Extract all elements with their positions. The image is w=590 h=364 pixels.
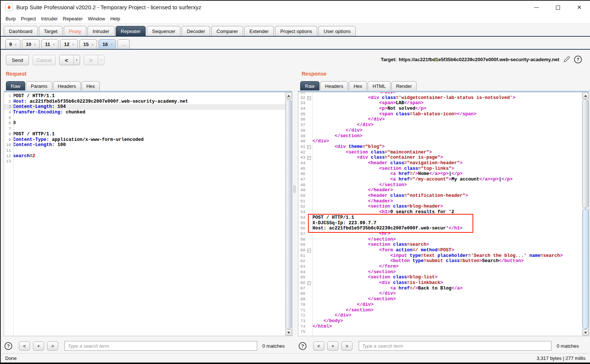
search-help-icon[interactable]: ?	[4, 342, 12, 350]
code-text: <a href=/>Back to Blog</a>	[312, 286, 463, 291]
search-add-button[interactable]: +	[327, 341, 338, 351]
menu-item-window[interactable]: Window	[85, 15, 107, 23]
line-number: 64	[298, 269, 306, 275]
main-tab-user-options[interactable]: User options	[318, 26, 356, 36]
repeater-tab-11[interactable]: 11×	[41, 39, 59, 49]
gutter-separator	[13, 92, 14, 336]
code-line: 44 <header class="navigation-header">	[298, 161, 582, 166]
menu-item-burp[interactable]: Burp	[3, 15, 18, 23]
send-button[interactable]: Send	[6, 55, 29, 65]
edit-target-pencil-icon[interactable]	[563, 55, 571, 63]
scroll-down-icon[interactable]	[583, 330, 589, 335]
request-tab-raw[interactable]: Raw	[6, 81, 25, 90]
fold-gutter	[306, 302, 312, 308]
code-line: 38 </div>	[298, 128, 582, 133]
cancel-button[interactable]: Cancel	[33, 55, 56, 65]
request-tab-headers[interactable]: Headers	[53, 81, 81, 90]
request-tab-params[interactable]: Params	[26, 81, 52, 90]
main-tab-comparer[interactable]: Comparer	[211, 26, 243, 36]
fold-gutter	[306, 204, 312, 209]
repeater-tab-16[interactable]: 16×	[99, 39, 116, 49]
line-number: 32	[298, 95, 306, 101]
response-search-input[interactable]	[359, 341, 551, 351]
main-tab-dashboard[interactable]: Dashboard	[4, 26, 38, 36]
search-prev-button[interactable]: <	[19, 341, 30, 351]
line-number: 73	[298, 318, 306, 324]
main-tab-repeater[interactable]: Repeater	[116, 26, 146, 36]
minimize-icon[interactable]	[526, 1, 547, 14]
search-next-button[interactable]: >	[47, 341, 58, 351]
prev-request-button[interactable]: < ▾	[59, 55, 80, 65]
repeater-tab-12[interactable]: 12×	[60, 39, 78, 49]
menu-item-intruder[interactable]: Intruder	[39, 15, 60, 23]
request-scrollbar[interactable]	[285, 92, 292, 336]
next-request-button[interactable]: > ▾	[84, 55, 105, 65]
menu-item-project[interactable]: Project	[18, 15, 38, 23]
response-tab-render[interactable]: Render	[391, 81, 417, 90]
repeater-tab-9[interactable]: 9×	[5, 39, 20, 49]
scroll-down-icon[interactable]	[286, 330, 292, 335]
repeater-tab-bar: 9×10×11×12×15×16×...	[1, 37, 590, 50]
close-tab-icon[interactable]: ×	[91, 42, 93, 47]
response-editor[interactable]: 31 </div>32 <div class='widgetcontainer-…	[298, 92, 589, 336]
response-tab-headers[interactable]: Headers	[320, 81, 348, 90]
fold-marker-icon[interactable]	[306, 155, 312, 161]
main-tab-intruder[interactable]: Intruder	[87, 26, 115, 36]
maximize-icon[interactable]	[547, 1, 569, 14]
code-text: </form>	[312, 264, 399, 269]
code-text: </div>	[312, 302, 374, 308]
main-tab-decoder[interactable]: Decoder	[182, 26, 210, 36]
response-scrollbar[interactable]	[582, 92, 589, 336]
fold-marker-icon[interactable]	[306, 144, 312, 150]
response-tab-raw[interactable]: Raw	[300, 81, 319, 90]
repeater-tab-15[interactable]: 15×	[79, 39, 97, 49]
repeater-tab-overflow[interactable]: ...	[117, 39, 130, 49]
close-tab-icon[interactable]: ×	[72, 42, 74, 47]
close-tab-icon[interactable]: ×	[14, 42, 17, 47]
request-search-input[interactable]	[64, 341, 257, 351]
panel-divider-grip[interactable]	[294, 185, 295, 193]
main-tab-project-options[interactable]: Project options	[275, 26, 317, 36]
scroll-up-icon[interactable]	[583, 93, 589, 99]
request-editor[interactable]: 1POST / HTTP/1.12Host: ac221fbd1e5f35b6c…	[4, 92, 292, 336]
code-text	[12, 148, 13, 153]
code-line: 60	[4, 120, 285, 126]
menu-item-help[interactable]: Help	[107, 15, 123, 23]
target-help-icon[interactable]: ?	[574, 56, 582, 63]
response-tab-html[interactable]: HTML	[368, 81, 390, 90]
chevron-down-icon[interactable]: ▾	[73, 55, 80, 65]
scrollbar-track-block[interactable]	[583, 99, 589, 208]
line-number: 56	[298, 226, 306, 231]
search-next-button[interactable]: >	[341, 341, 352, 351]
scroll-up-icon[interactable]	[286, 93, 292, 99]
search-add-button[interactable]: +	[33, 341, 44, 351]
scrollbar-thumb[interactable]	[286, 99, 292, 329]
main-tab-sequencer[interactable]: Sequencer	[147, 26, 180, 36]
code-line: 75	[298, 329, 582, 335]
request-tab-hex[interactable]: Hex	[82, 81, 100, 90]
main-tab-extender[interactable]: Extender	[244, 26, 274, 36]
search-prev-button[interactable]: <	[313, 341, 324, 351]
main-tab-target[interactable]: Target	[39, 26, 63, 36]
search-help-icon[interactable]: ?	[299, 342, 306, 350]
main-tab-proxy[interactable]: Proxy	[64, 26, 86, 36]
close-tab-icon[interactable]: ×	[110, 42, 113, 47]
code-text: </div>	[312, 291, 396, 297]
chevron-down-icon[interactable]: ▾	[98, 55, 104, 65]
menu-item-repeater[interactable]: Repeater	[60, 15, 85, 23]
code-text: <div class="container is-page">	[312, 155, 443, 161]
fold-marker-icon[interactable]	[306, 280, 312, 286]
scrollbar-thumb[interactable]	[583, 209, 589, 329]
close-icon[interactable]: ✕	[569, 1, 590, 14]
fold-marker-icon[interactable]	[306, 248, 312, 253]
fold-marker-icon[interactable]	[306, 95, 312, 101]
close-tab-icon[interactable]: ×	[53, 42, 55, 47]
code-text: </div>	[312, 313, 351, 318]
code-text: </div>	[312, 128, 362, 133]
close-tab-icon[interactable]: ×	[34, 42, 36, 47]
fold-gutter	[306, 286, 312, 291]
burp-suite-window: Burp Suite Professional v2020.2 - Tempor…	[0, 0, 590, 364]
response-tab-hex[interactable]: Hex	[349, 81, 367, 90]
line-number: 50	[298, 193, 306, 199]
repeater-tab-10[interactable]: 10×	[22, 39, 40, 49]
